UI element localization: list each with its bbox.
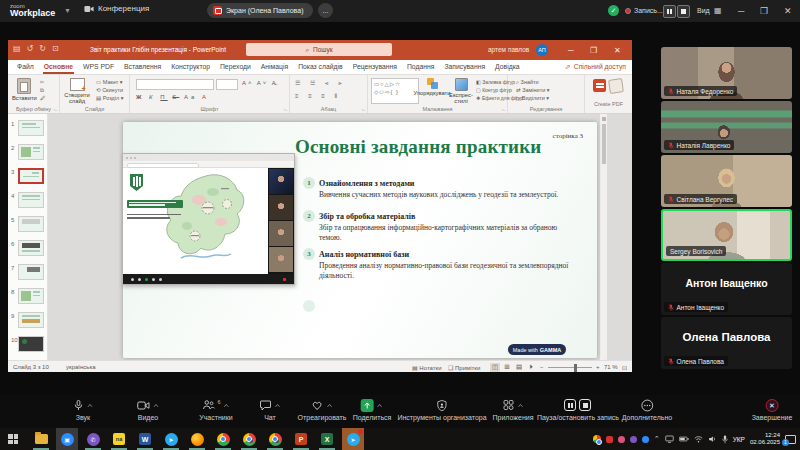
chevron-up-icon[interactable] <box>224 403 230 408</box>
taskbar-powerpoint[interactable]: P <box>290 431 312 447</box>
taskbar-chrome[interactable] <box>212 431 234 447</box>
slide-thumb-3-active[interactable]: 3 <box>8 167 47 191</box>
taskbar-chrome-profile-2[interactable] <box>264 431 286 447</box>
tab-view[interactable]: Подання <box>402 60 439 74</box>
action-center-button[interactable]: 1 <box>785 435 796 444</box>
participant-tile-3[interactable]: Світлана Вергулес <box>661 155 792 207</box>
create-pdf-icons[interactable] <box>593 79 623 93</box>
shape-outline-button[interactable]: ▢ Контур фігур <box>476 87 512 93</box>
avatar[interactable]: АП <box>536 44 548 56</box>
tab-insert[interactable]: Вставлення <box>119 60 166 74</box>
taskbar-excel[interactable]: X <box>316 431 338 447</box>
find-button[interactable]: ⌕ Знайти <box>516 79 539 86</box>
slideshow-view-button[interactable]: ⏵ <box>526 363 536 372</box>
select-button[interactable]: ▷ Виділити ▾ <box>516 95 549 101</box>
list-buttons[interactable]: ☰ ☱ ⫷ ⫸ <box>295 79 346 87</box>
grid-view-icon[interactable]: ▦ <box>714 6 722 15</box>
slide-thumbnail-panel[interactable]: 1 2 3 4 5 6 7 8 9 10 <box>8 114 48 360</box>
wifi-icon[interactable] <box>694 435 703 443</box>
redo-icon[interactable]: ↻ <box>39 45 46 53</box>
taskbar-nanocad[interactable]: na <box>108 431 130 447</box>
slide-thumb-1[interactable]: 1 <box>8 119 47 143</box>
taskbar-viber[interactable]: ✆ <box>82 431 104 447</box>
tray-red-app-icon[interactable] <box>606 436 613 443</box>
end-meeting-button[interactable]: ✕ Завершение <box>752 398 793 421</box>
more-button[interactable]: Дополнительно <box>622 398 672 421</box>
tab-wps-pdf[interactable]: WPS PDF <box>78 60 119 74</box>
font-style-buttons[interactable]: Ж К П S Аа А <box>136 94 209 100</box>
taskbar-telegram[interactable]: ➤ <box>160 431 182 447</box>
zoom-percentage[interactable]: 71 % <box>604 364 618 370</box>
change-case-button[interactable]: Аа <box>184 94 197 100</box>
tab-help[interactable]: Довідка <box>490 60 524 74</box>
security-shield-icon[interactable]: ✓ <box>608 5 619 16</box>
taskbar-word[interactable]: W <box>134 431 156 447</box>
chevron-up-icon[interactable] <box>275 403 281 408</box>
chevron-up-icon[interactable] <box>518 403 524 408</box>
slide-thumb-5[interactable]: 5 <box>8 215 47 239</box>
close-button[interactable]: ✕ <box>784 6 792 16</box>
share-document-button[interactable]: ⬀ Спільний доступ <box>565 63 626 71</box>
format-painter-icon[interactable]: 🖉 <box>40 95 46 101</box>
video-button[interactable]: Видео <box>137 398 159 421</box>
audio-button[interactable]: Звук <box>73 398 93 421</box>
slide-thumb-10[interactable]: 10 <box>8 335 47 359</box>
tab-design[interactable]: Конструктор <box>166 60 215 74</box>
tab-conference[interactable]: Конференция <box>84 4 149 13</box>
host-tools-button[interactable]: Инструменты организатора <box>397 398 486 421</box>
tray-chrome-icon[interactable] <box>593 435 601 443</box>
tab-home[interactable]: Основне <box>39 60 78 74</box>
strikethrough-button[interactable]: S <box>172 94 179 100</box>
taskbar-telegram-active[interactable]: ➤ <box>342 428 364 450</box>
zoom-out-button[interactable]: − <box>540 364 544 370</box>
stop-recording-icon[interactable] <box>579 399 591 411</box>
chevron-down-icon[interactable]: ▼ <box>64 7 71 14</box>
ppt-minimize-button[interactable]: ─ <box>568 46 574 55</box>
font-dialog-launcher-icon[interactable]: ⌙ <box>284 106 288 112</box>
language-indicator[interactable]: українська <box>66 364 96 370</box>
restore-button[interactable]: ❐ <box>760 6 768 16</box>
taskbar-chrome-profile-1[interactable] <box>238 431 260 447</box>
taskbar-firefox[interactable] <box>186 431 208 447</box>
share-screen-button[interactable]: Поделиться <box>353 398 392 421</box>
underline-button[interactable]: П <box>160 94 167 100</box>
tab-slideshow[interactable]: Показ слайдів <box>293 60 348 74</box>
dialog-launcher-icon[interactable]: ⌙ <box>54 106 58 112</box>
chevron-up-icon[interactable] <box>327 403 333 408</box>
fit-slide-button[interactable]: ⊡ <box>622 364 627 371</box>
ppt-close-button[interactable]: ✕ <box>614 46 621 55</box>
slide-sorter-button[interactable]: ⊞ <box>502 363 512 372</box>
tab-review[interactable]: Рецензування <box>348 60 402 74</box>
start-button[interactable] <box>8 434 18 444</box>
shapes-gallery[interactable]: ▭○△▷☆◇⬭⇨{ } <box>371 78 419 104</box>
paste-button[interactable]: Вставити <box>12 78 37 101</box>
pause-stop-recording-button[interactable]: Пауза/остановить запись <box>537 398 619 421</box>
chevron-up-icon[interactable] <box>87 403 93 408</box>
save-icon[interactable]: ▤ <box>13 45 21 53</box>
view-menu[interactable]: Вид <box>697 7 710 14</box>
font-size-select[interactable] <box>216 79 238 90</box>
ppt-restore-button[interactable]: ❐ <box>590 46 597 55</box>
slide-thumb-6[interactable]: 6 <box>8 239 47 263</box>
tab-file[interactable]: Файл <box>12 60 39 74</box>
pause-recording-icon[interactable] <box>564 399 576 411</box>
slide-thumb-9[interactable]: 9 <box>8 311 47 335</box>
participant-tile-2[interactable]: Наталія Лавренко <box>661 101 792 153</box>
slide-thumb-7[interactable]: 7 <box>8 263 47 287</box>
tray-viber-icon[interactable] <box>630 436 637 443</box>
new-slide-button[interactable]: Створити слайд <box>62 78 92 105</box>
tab-recording[interactable]: Записування <box>439 60 490 74</box>
zoom-slider[interactable] <box>548 367 592 368</box>
reading-view-button[interactable]: ▤ <box>514 363 524 372</box>
layout-button[interactable]: ▭ Макет ▾ <box>96 79 123 85</box>
font-size-buttons[interactable]: A˄ A˅ A̶ <box>242 80 278 86</box>
hidden-icons-chevron[interactable]: ⌃ <box>654 435 660 443</box>
notes-button[interactable]: ▤ Нотатки <box>412 364 442 371</box>
participant-tile-1[interactable]: Наталя Федоренко <box>661 47 792 99</box>
participant-tile-6[interactable]: Олена Павлова Олена Павлова <box>661 317 792 369</box>
speaker-icon[interactable] <box>708 435 717 443</box>
apps-button[interactable]: Приложения <box>493 398 534 421</box>
section-button[interactable]: ▤ Розділ ▾ <box>96 95 124 101</box>
reset-button[interactable]: ⟲ Скинути <box>96 87 123 93</box>
quick-styles-button[interactable]: Експрес-стилі <box>448 78 474 105</box>
